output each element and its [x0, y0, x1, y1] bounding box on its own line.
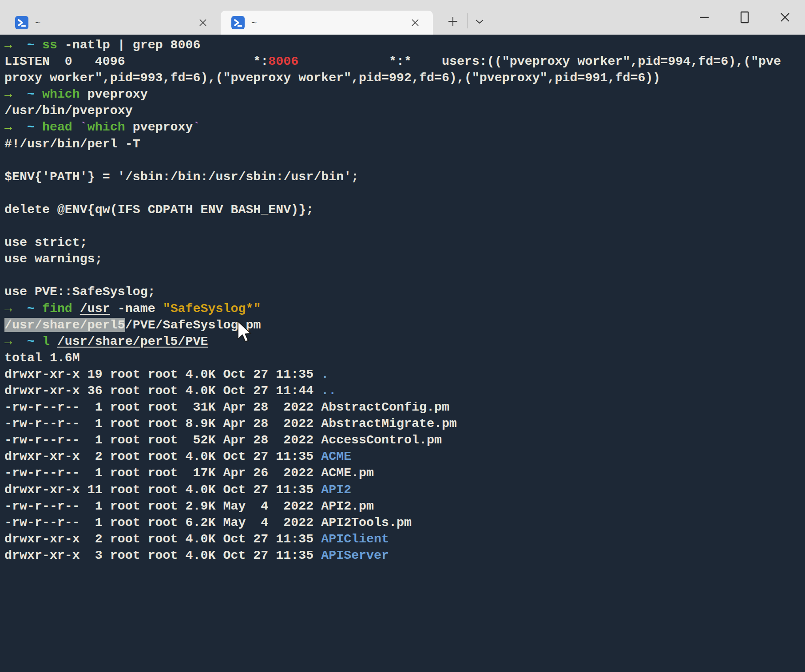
terminal-line: drwxr-xr-x 2 root root 4.0K Oct 27 11:35… [4, 531, 805, 547]
tab-close-icon[interactable] [410, 18, 420, 28]
terminal-text-segment: ~ [27, 120, 35, 134]
terminal-line: /usr/bin/pveproxy [4, 103, 805, 119]
terminal-line: -rw-r--r-- 1 root root 8.9K Apr 28 2022 … [4, 415, 805, 432]
plus-icon [447, 16, 459, 27]
terminal-line: -rw-r--r-- 1 root root 6.2K May 4 2022 A… [4, 514, 805, 531]
maximize-button[interactable] [731, 0, 758, 35]
chevron-down-icon [475, 19, 484, 24]
terminal-text-segment: drwxr-xr-x 2 root root 4.0K Oct 27 11:35 [4, 532, 321, 546]
titlebar[interactable]: ~ ~ [0, 0, 805, 35]
mouse-cursor-icon [237, 320, 252, 344]
tab-2-active[interactable]: ~ [221, 11, 433, 35]
close-icon [779, 12, 791, 23]
terminal-text-segment: drwxr-xr-x 36 root root 4.0K Oct 27 11:4… [4, 383, 321, 398]
terminal-text-segment [35, 87, 42, 101]
terminal-text-segment: use PVE::SafeSyslog; [4, 285, 155, 299]
minimize-icon [698, 12, 710, 23]
terminal-line: proxy worker",pid=993,fd=6),("pveproxy w… [4, 70, 805, 86]
terminal-text-segment: find [42, 301, 72, 316]
tab-title: ~ [35, 16, 40, 29]
terminal-text-segment: drwxr-xr-x 19 root root 4.0K Oct 27 11:3… [4, 367, 321, 381]
terminal-line: → ~ find /usr -name "SafeSyslog*" [4, 300, 805, 317]
terminal-text-segment: → [4, 301, 12, 316]
terminal-text-segment: → [4, 334, 12, 348]
terminal-text-segment: l [42, 334, 50, 348]
terminal-text-segment: #!/usr/bin/perl -T [4, 137, 140, 151]
maximize-icon [739, 11, 750, 24]
terminal-line: -rw-r--r-- 1 root root 52K Apr 28 2022 A… [4, 432, 805, 448]
terminal-text-segment: /usr/share/perl5 [4, 318, 125, 332]
terminal-text-segment [12, 38, 27, 52]
minimize-button[interactable] [691, 0, 718, 35]
terminal-text-segment [72, 301, 80, 316]
terminal-text-segment: which [42, 87, 80, 101]
terminal-text-segment: pveproxy [80, 87, 148, 101]
terminal-text-segment [12, 334, 27, 348]
terminal-line: delete @ENV{qw(IFS CDPATH ENV BASH_ENV)}… [4, 202, 805, 218]
terminal-text-segment [35, 301, 42, 316]
terminal-line: drwxr-xr-x 11 root root 4.0K Oct 27 11:3… [4, 482, 805, 498]
terminal-text-segment: → [4, 120, 12, 134]
terminal-text-segment: which [87, 120, 125, 134]
terminal-text-segment: . [321, 367, 329, 381]
powershell-icon [231, 16, 245, 29]
terminal-line: -rw-r--r-- 1 root root 2.9K May 4 2022 A… [4, 498, 805, 514]
terminal-text-segment: -rw-r--r-- 1 root root 31K Apr 28 2022 A… [4, 400, 449, 414]
terminal-text-segment: drwxr-xr-x 2 root root 4.0K Oct 27 11:35 [4, 449, 321, 463]
terminal-text-segment: -rw-r--r-- 1 root root 17K Apr 26 2022 A… [4, 466, 374, 480]
terminal-text-segment: /usr [80, 301, 110, 316]
new-tab-button[interactable] [443, 12, 463, 31]
terminal-text-segment: -rw-r--r-- 1 root root 52K Apr 28 2022 A… [4, 433, 442, 447]
terminal-text-segment: API2 [321, 482, 351, 497]
tab-dropdown-button[interactable] [472, 12, 488, 31]
terminal-text-segment: → [4, 87, 12, 101]
terminal-line: → ~ which pveproxy [4, 86, 805, 103]
terminal-line: LISTEN 0 4096 *:8006 *:* users:(("pvepro… [4, 53, 805, 70]
terminal-text-segment: .. [321, 383, 336, 398]
terminal-line: #!/usr/bin/perl -T [4, 136, 805, 152]
close-window-button[interactable] [772, 0, 798, 35]
terminal-line: → ~ l /usr/share/perl5/PVE [4, 333, 805, 350]
terminal-text-segment: -rw-r--r-- 1 root root 2.9K May 4 2022 A… [4, 499, 374, 513]
terminal-line [4, 152, 805, 169]
terminal-text-segment: $ENV{'PATH'} = '/sbin:/bin:/usr/sbin:/us… [4, 170, 359, 184]
terminal-line: use PVE::SafeSyslog; [4, 284, 805, 300]
terminal-line: → ~ ss -natlp | grep 8006 [4, 37, 805, 53]
terminal-text-segment: use strict; [4, 235, 87, 249]
terminal-text-segment: ~ [27, 38, 35, 52]
terminal-line: -rw-r--r-- 1 root root 31K Apr 28 2022 A… [4, 399, 805, 415]
terminal-text-segment: total 1.6M [4, 351, 80, 365]
terminal-text-segment: proxy worker",pid=993,fd=6),("pveproxy w… [4, 71, 660, 85]
terminal-text-segment: head [42, 120, 72, 134]
terminal-viewport[interactable]: → ~ ss -natlp | grep 8006LISTEN 0 4096 *… [0, 35, 805, 672]
terminal-text-segment: 8006 [268, 54, 298, 68]
terminal-text-segment: /usr/bin/pveproxy [4, 103, 133, 118]
terminal-text-segment: ACME [321, 449, 351, 463]
terminal-line [4, 218, 805, 234]
terminal-line [4, 185, 805, 202]
terminal-text-segment: drwxr-xr-x 3 root root 4.0K Oct 27 11:35 [4, 548, 321, 562]
terminal-text-segment: ~ [27, 301, 35, 316]
terminal-text-segment: use warnings; [4, 252, 103, 266]
terminal-line: -rw-r--r-- 1 root root 17K Apr 26 2022 A… [4, 465, 805, 481]
terminal-text-segment [12, 120, 27, 134]
terminal-text-segment: delete @ENV{qw(IFS CDPATH ENV BASH_ENV)}… [4, 202, 313, 217]
tab-1[interactable]: ~ [4, 11, 216, 35]
terminal-text-segment [50, 334, 57, 348]
terminal-text-segment: ~ [27, 87, 35, 101]
terminal-text-segment: ` [80, 120, 87, 134]
tab-close-icon[interactable] [198, 18, 208, 28]
terminal-text-segment: *:* users:(("pveproxy worker",pid=994,fd… [298, 54, 781, 68]
terminal-text-segment: APIServer [321, 548, 389, 562]
terminal-text-segment: -rw-r--r-- 1 root root 8.9K Apr 28 2022 … [4, 416, 457, 431]
terminal-text-segment [35, 120, 42, 134]
terminal-text-segment [12, 87, 27, 101]
terminal-line: $ENV{'PATH'} = '/sbin:/bin:/usr/sbin:/us… [4, 169, 805, 185]
terminal-text-segment [35, 334, 42, 348]
terminal-line: drwxr-xr-x 2 root root 4.0K Oct 27 11:35… [4, 448, 805, 465]
terminal-text-segment: APIClient [321, 532, 389, 546]
terminal-text-segment: LISTEN 0 4096 *: [4, 54, 268, 68]
terminal-text-segment: → [4, 38, 12, 52]
terminal-text-segment: ~ [27, 334, 35, 348]
terminal-line: /usr/share/perl5/PVE/SafeSyslog.pm [4, 317, 805, 333]
